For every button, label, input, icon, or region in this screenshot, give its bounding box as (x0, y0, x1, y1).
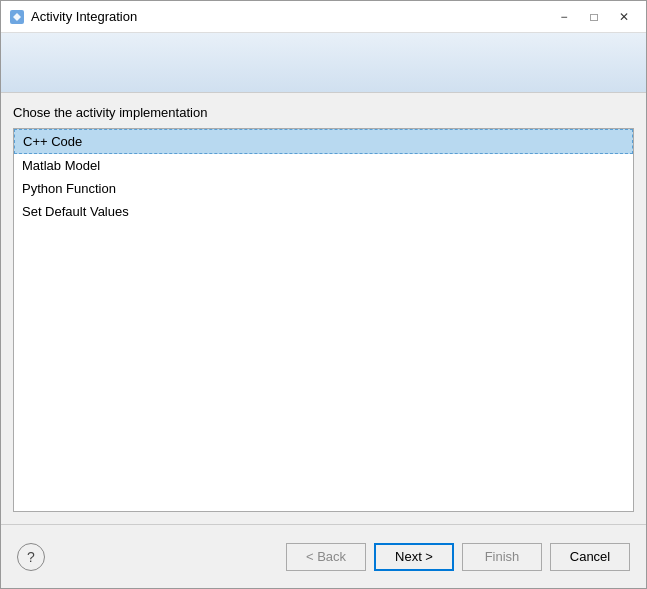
implementation-list: C++ Code Matlab Model Python Function Se… (13, 128, 634, 512)
maximize-button[interactable]: □ (580, 5, 608, 29)
banner (1, 33, 646, 93)
close-button[interactable]: ✕ (610, 5, 638, 29)
back-button[interactable]: < Back (286, 543, 366, 571)
cancel-button[interactable]: Cancel (550, 543, 630, 571)
footer: ? < Back Next > Finish Cancel (1, 524, 646, 588)
main-window: Activity Integration − □ ✕ Chose the act… (0, 0, 647, 589)
next-button[interactable]: Next > (374, 543, 454, 571)
title-bar-controls: − □ ✕ (550, 5, 638, 29)
list-item-matlab[interactable]: Matlab Model (14, 154, 633, 177)
minimize-button[interactable]: − (550, 5, 578, 29)
title-bar: Activity Integration − □ ✕ (1, 1, 646, 33)
list-item-python[interactable]: Python Function (14, 177, 633, 200)
finish-button[interactable]: Finish (462, 543, 542, 571)
window-icon (9, 9, 25, 25)
instruction-label: Chose the activity implementation (13, 105, 634, 120)
footer-left: ? (17, 543, 45, 571)
help-button[interactable]: ? (17, 543, 45, 571)
footer-right: < Back Next > Finish Cancel (53, 543, 630, 571)
content-area: Chose the activity implementation C++ Co… (1, 93, 646, 524)
window-title: Activity Integration (31, 9, 550, 24)
list-item-setdefault[interactable]: Set Default Values (14, 200, 633, 223)
list-item-cpp[interactable]: C++ Code (14, 129, 633, 154)
